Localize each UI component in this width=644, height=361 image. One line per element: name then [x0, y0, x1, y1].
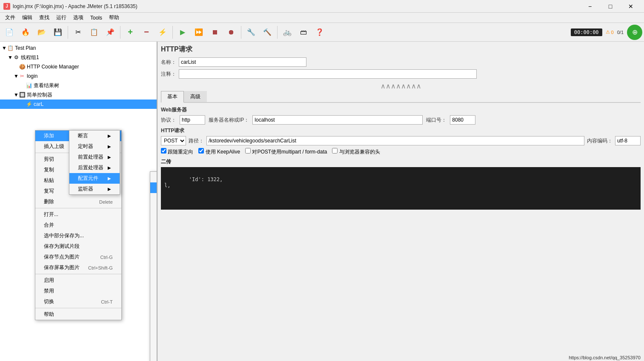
- submenu-add-timer[interactable]: 定时器 ▶: [69, 141, 120, 152]
- tree-item-test-plan[interactable]: ▼ 📋 Test Plan: [0, 43, 157, 53]
- config-http-defaults[interactable]: HTTP请求默认值: [150, 214, 157, 225]
- toolbar-cut[interactable]: ✂: [70, 25, 86, 40]
- tree-item-simple-controller[interactable]: ▼ 🔲 简单控制器: [0, 90, 157, 99]
- toolbar-remote-engine[interactable]: ⊕: [627, 25, 642, 40]
- ctx-disable-label: 禁用: [44, 287, 54, 295]
- toolbar-paste[interactable]: 📌: [103, 25, 118, 40]
- config-csv[interactable]: CSV数据文件设置: [150, 172, 157, 182]
- config-cache[interactable]: HTTP缓存管理器: [150, 204, 157, 214]
- keepalive-checkbox[interactable]: [198, 148, 204, 153]
- path-input[interactable]: [206, 136, 584, 145]
- toolbar-remove[interactable]: −: [139, 25, 154, 40]
- ctx-save-node-image[interactable]: 保存节点为图片 Ctrl-G: [35, 252, 121, 262]
- protocol-input[interactable]: [180, 115, 205, 125]
- config-java[interactable]: Java默认请求: [150, 277, 157, 287]
- toolbar-save[interactable]: 💾: [50, 25, 66, 40]
- comment-input[interactable]: [179, 69, 477, 79]
- config-ftp[interactable]: FTP默认请求: [150, 246, 157, 257]
- ctx-toggle[interactable]: 切换 Ctrl-T: [35, 296, 121, 307]
- config-jdbc[interactable]: JDBC Connection Configuration: [150, 267, 157, 277]
- submenu-add-post[interactable]: 后置处理器 ▶: [69, 162, 120, 173]
- toolbar-browse[interactable]: ⚡: [155, 25, 170, 40]
- option-keepalive[interactable]: 使用 KeepAlive: [198, 148, 240, 156]
- tree-item-view-results[interactable]: 📊 查看结果树: [0, 81, 157, 90]
- ctx-help[interactable]: 帮助: [35, 309, 121, 320]
- menu-options[interactable]: 选项: [70, 13, 87, 23]
- menu-tools[interactable]: Tools: [87, 13, 106, 23]
- toolbar-copy[interactable]: 📋: [86, 25, 102, 40]
- toolbar-shutdown[interactable]: ⏺: [223, 25, 239, 40]
- submenu-add-timer-arrow: ▶: [108, 144, 111, 149]
- tree-item-carl[interactable]: ⚡ carL: [0, 99, 157, 109]
- multipart-checkbox[interactable]: [245, 148, 251, 153]
- server-input[interactable]: [252, 115, 423, 125]
- config-keystore[interactable]: 密钥库配置: [150, 287, 157, 298]
- config-auth[interactable]: HTTP授权管理器: [150, 257, 157, 267]
- toolbar-start[interactable]: ▶: [175, 25, 190, 40]
- menu-edit[interactable]: 编辑: [19, 13, 36, 23]
- submenu-add-config[interactable]: 配置元件 ▶: [69, 173, 120, 184]
- ctx-save-screen-image[interactable]: 保存屏幕为图片 Ctrl+Shift-G: [35, 262, 121, 273]
- ctx-duplicate-label: 复写: [44, 188, 54, 195]
- toolbar-start-no-pause[interactable]: ⏩: [191, 25, 206, 40]
- toolbar-clear-all[interactable]: 🚲: [280, 25, 295, 40]
- tree-icon-thread-group: ⚙: [13, 54, 20, 61]
- menu-find[interactable]: 查找: [36, 13, 53, 23]
- toolbar-help[interactable]: ❓: [312, 25, 327, 40]
- tree-item-cookie-manager[interactable]: 🍪 HTTP Cookie Manager: [0, 62, 157, 71]
- toolbar-remote-stop[interactable]: 🔨: [260, 25, 275, 40]
- option-browser-headers[interactable]: 与浏览器兼容的头: [332, 148, 380, 156]
- ctx-delete[interactable]: 删除 Delete: [35, 196, 121, 207]
- config-counter[interactable]: 计数器: [150, 225, 157, 236]
- toolbar-add[interactable]: +: [123, 25, 138, 40]
- tab-advanced[interactable]: 高级: [184, 91, 207, 102]
- config-random[interactable]: 随机变量: [150, 330, 157, 341]
- toolbar-open[interactable]: 📂: [34, 25, 49, 40]
- option-multipart[interactable]: 对POST使用multipart / form-data: [245, 148, 327, 156]
- ctx-delete-label: 删除: [44, 198, 54, 205]
- tree-item-login[interactable]: ▼ ✂ login: [0, 71, 157, 81]
- config-http-header[interactable]: HTTP信息头管理器: [150, 182, 157, 193]
- method-select[interactable]: POST GET: [161, 136, 186, 145]
- ctx-disable[interactable]: 禁用: [35, 286, 121, 296]
- close-button[interactable]: ✕: [621, 0, 641, 13]
- comment-label: 注释：: [161, 71, 176, 78]
- ctx-open[interactable]: 打开...: [35, 209, 121, 220]
- menu-run[interactable]: 运行: [53, 13, 70, 23]
- config-simple[interactable]: 简单配置元件: [150, 341, 157, 351]
- submenu-add-pre[interactable]: 前置处理器 ▶: [69, 152, 120, 162]
- submenu-add-listener[interactable]: 监听器 ▶: [69, 184, 120, 194]
- toolbar-flame[interactable]: 🔥: [18, 25, 33, 40]
- menu-help[interactable]: 帮助: [106, 13, 123, 23]
- ctx-save-snippet[interactable]: 保存为测试片段: [35, 241, 121, 252]
- config-ldap-ext[interactable]: LDAP扩展请求默认值: [150, 298, 157, 309]
- scroll-indicator: ∧∧∧∧∧∧∧∧: [161, 81, 641, 91]
- minimize-button[interactable]: −: [580, 0, 600, 13]
- config-login[interactable]: 登陆配置元件/素: [150, 319, 157, 330]
- redirect-checkbox[interactable]: [161, 148, 166, 153]
- browser-headers-checkbox[interactable]: [332, 148, 338, 153]
- config-ldap[interactable]: LDAP默认请求: [150, 309, 157, 319]
- name-input[interactable]: [179, 57, 306, 67]
- config-tcp[interactable]: TCP取样器配置: [150, 351, 157, 361]
- config-dns[interactable]: DNS缓存管理器: [150, 236, 157, 246]
- tab-basic[interactable]: 基本: [161, 91, 184, 103]
- ctx-merge[interactable]: 合并: [35, 220, 121, 230]
- toolbar-remote-start[interactable]: 🔧: [243, 25, 259, 40]
- toolbar-stop[interactable]: ⏹: [207, 25, 223, 40]
- toolbar-function[interactable]: 🗃: [296, 25, 311, 40]
- config-cookie[interactable]: HTTP Cookie管理器: [150, 193, 157, 204]
- port-input[interactable]: [450, 115, 475, 125]
- tree-item-thread-group[interactable]: ▼ ⚙ 线程组1: [0, 53, 157, 62]
- toolbar-new[interactable]: 📄: [2, 25, 17, 40]
- menu-file[interactable]: 文件: [2, 13, 19, 23]
- encoding-input[interactable]: [615, 136, 641, 145]
- ctx-enable[interactable]: 启用: [35, 275, 121, 286]
- name-row: 名称：: [161, 57, 641, 67]
- submenu-add-assert-label: 断言: [78, 132, 88, 139]
- ctx-save-selection-label: 选中部分保存为...: [44, 232, 84, 239]
- maximize-button[interactable]: □: [601, 0, 620, 13]
- ctx-save-selection[interactable]: 选中部分保存为...: [35, 230, 121, 241]
- option-redirect[interactable]: 跟随重定向: [161, 148, 193, 156]
- submenu-add-assert[interactable]: 断言 ▶: [69, 131, 120, 141]
